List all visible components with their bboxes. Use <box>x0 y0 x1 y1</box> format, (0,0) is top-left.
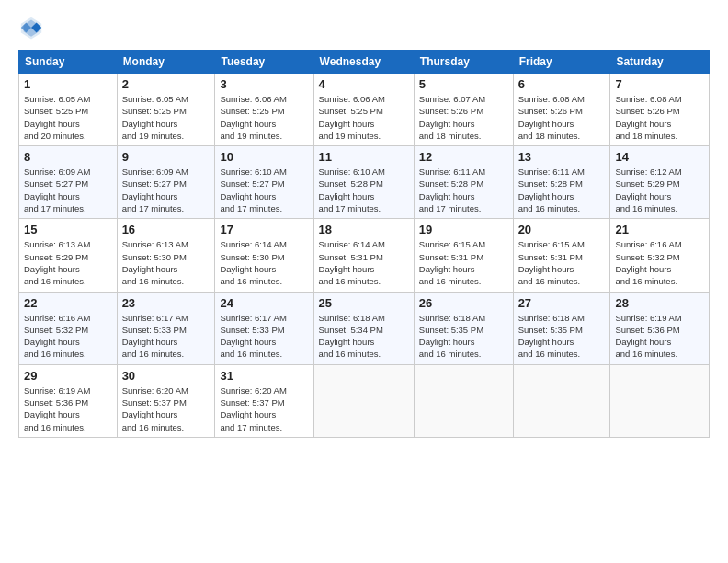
calendar-cell: 2 Sunrise: 6:05 AMSunset: 5:25 PMDayligh… <box>117 74 215 146</box>
calendar-cell: 30 Sunrise: 6:20 AMSunset: 5:37 PMDaylig… <box>117 364 215 437</box>
calendar-header-monday: Monday <box>117 51 215 74</box>
calendar-cell <box>313 364 414 437</box>
calendar-cell: 28 Sunrise: 6:19 AMSunset: 5:36 PMDaylig… <box>610 292 710 364</box>
calendar-week-1: 1 Sunrise: 6:05 AMSunset: 5:25 PMDayligh… <box>19 74 710 146</box>
day-number: 3 <box>220 77 308 91</box>
day-number: 25 <box>319 296 409 310</box>
calendar-cell: 17 Sunrise: 6:14 AMSunset: 5:30 PMDaylig… <box>215 219 313 292</box>
calendar-cell: 19 Sunrise: 6:15 AMSunset: 5:31 PMDaylig… <box>414 219 513 292</box>
calendar-cell: 5 Sunrise: 6:07 AMSunset: 5:26 PMDayligh… <box>414 74 513 146</box>
day-number: 4 <box>319 77 409 91</box>
calendar-cell: 29 Sunrise: 6:19 AMSunset: 5:36 PMDaylig… <box>19 364 118 437</box>
day-number: 2 <box>122 77 210 91</box>
day-number: 5 <box>419 77 508 91</box>
day-info: Sunrise: 6:14 AMSunset: 5:30 PMDaylight … <box>220 239 286 286</box>
day-number: 9 <box>122 150 210 164</box>
day-number: 13 <box>518 150 606 164</box>
day-number: 1 <box>24 77 112 91</box>
calendar-cell <box>513 364 610 437</box>
calendar-cell: 27 Sunrise: 6:18 AMSunset: 5:35 PMDaylig… <box>513 292 610 364</box>
calendar-cell: 14 Sunrise: 6:12 AMSunset: 5:29 PMDaylig… <box>610 146 710 219</box>
calendar-cell: 25 Sunrise: 6:18 AMSunset: 5:34 PMDaylig… <box>313 292 414 364</box>
day-number: 19 <box>419 223 508 236</box>
day-number: 21 <box>615 223 704 236</box>
day-number: 17 <box>220 223 308 236</box>
day-info: Sunrise: 6:15 AMSunset: 5:31 PMDaylight … <box>518 239 585 286</box>
day-info: Sunrise: 6:18 AMSunset: 5:35 PMDaylight … <box>419 313 485 360</box>
calendar-cell: 21 Sunrise: 6:16 AMSunset: 5:32 PMDaylig… <box>610 219 710 292</box>
day-number: 12 <box>419 150 508 164</box>
calendar-cell: 18 Sunrise: 6:14 AMSunset: 5:31 PMDaylig… <box>313 219 414 292</box>
day-info: Sunrise: 6:11 AMSunset: 5:28 PMDaylight … <box>419 167 485 213</box>
calendar-cell: 12 Sunrise: 6:11 AMSunset: 5:28 PMDaylig… <box>414 146 513 219</box>
day-number: 10 <box>220 150 308 164</box>
day-number: 7 <box>615 77 704 91</box>
calendar-cell: 22 Sunrise: 6:16 AMSunset: 5:32 PMDaylig… <box>19 292 118 364</box>
day-info: Sunrise: 6:16 AMSunset: 5:32 PMDaylight … <box>24 313 90 360</box>
calendar-cell: 9 Sunrise: 6:09 AMSunset: 5:27 PMDayligh… <box>117 146 215 219</box>
calendar-cell: 31 Sunrise: 6:20 AMSunset: 5:37 PMDaylig… <box>215 364 313 437</box>
calendar-week-5: 29 Sunrise: 6:19 AMSunset: 5:36 PMDaylig… <box>19 364 710 437</box>
calendar-cell: 4 Sunrise: 6:06 AMSunset: 5:25 PMDayligh… <box>313 74 414 146</box>
calendar-table: SundayMondayTuesdayWednesdayThursdayFrid… <box>18 50 710 438</box>
day-info: Sunrise: 6:11 AMSunset: 5:28 PMDaylight … <box>518 167 585 213</box>
day-number: 18 <box>319 223 409 236</box>
logo-icon <box>18 15 44 40</box>
day-number: 22 <box>24 296 112 310</box>
day-info: Sunrise: 6:15 AMSunset: 5:31 PMDaylight … <box>419 239 485 286</box>
day-number: 6 <box>518 77 606 91</box>
day-number: 28 <box>615 296 704 310</box>
day-info: Sunrise: 6:17 AMSunset: 5:33 PMDaylight … <box>220 313 286 360</box>
calendar-header-friday: Friday <box>513 51 610 74</box>
day-info: Sunrise: 6:09 AMSunset: 5:27 PMDaylight … <box>122 167 188 213</box>
day-info: Sunrise: 6:20 AMSunset: 5:37 PMDaylight … <box>122 385 188 432</box>
day-info: Sunrise: 6:05 AMSunset: 5:25 PMDaylight … <box>24 94 90 141</box>
calendar-cell: 26 Sunrise: 6:18 AMSunset: 5:35 PMDaylig… <box>414 292 513 364</box>
day-number: 26 <box>419 296 508 310</box>
day-number: 11 <box>319 150 409 164</box>
day-info: Sunrise: 6:07 AMSunset: 5:26 PMDaylight … <box>419 94 485 141</box>
calendar-header-sunday: Sunday <box>19 51 118 74</box>
day-info: Sunrise: 6:20 AMSunset: 5:37 PMDaylight … <box>220 385 286 432</box>
logo <box>18 15 48 40</box>
day-info: Sunrise: 6:19 AMSunset: 5:36 PMDaylight … <box>615 313 681 360</box>
day-info: Sunrise: 6:06 AMSunset: 5:25 PMDaylight … <box>319 94 385 141</box>
day-info: Sunrise: 6:18 AMSunset: 5:35 PMDaylight … <box>518 313 585 360</box>
day-info: Sunrise: 6:16 AMSunset: 5:32 PMDaylight … <box>615 239 681 286</box>
calendar-cell: 11 Sunrise: 6:10 AMSunset: 5:28 PMDaylig… <box>313 146 414 219</box>
calendar-week-3: 15 Sunrise: 6:13 AMSunset: 5:29 PMDaylig… <box>19 219 710 292</box>
calendar-cell: 24 Sunrise: 6:17 AMSunset: 5:33 PMDaylig… <box>215 292 313 364</box>
day-number: 23 <box>122 296 210 310</box>
calendar-header-saturday: Saturday <box>610 51 710 74</box>
day-number: 8 <box>24 150 112 164</box>
calendar-cell: 1 Sunrise: 6:05 AMSunset: 5:25 PMDayligh… <box>19 74 118 146</box>
calendar-cell <box>414 364 513 437</box>
calendar-body: 1 Sunrise: 6:05 AMSunset: 5:25 PMDayligh… <box>19 74 710 438</box>
calendar-cell <box>610 364 710 437</box>
day-number: 15 <box>24 223 112 236</box>
day-info: Sunrise: 6:12 AMSunset: 5:29 PMDaylight … <box>615 167 681 213</box>
calendar-cell: 16 Sunrise: 6:13 AMSunset: 5:30 PMDaylig… <box>117 219 215 292</box>
calendar-header-wednesday: Wednesday <box>313 51 414 74</box>
day-info: Sunrise: 6:17 AMSunset: 5:33 PMDaylight … <box>122 313 188 360</box>
day-number: 20 <box>518 223 606 236</box>
day-info: Sunrise: 6:10 AMSunset: 5:28 PMDaylight … <box>319 167 385 213</box>
calendar-week-4: 22 Sunrise: 6:16 AMSunset: 5:32 PMDaylig… <box>19 292 710 364</box>
calendar-cell: 6 Sunrise: 6:08 AMSunset: 5:26 PMDayligh… <box>513 74 610 146</box>
day-number: 24 <box>220 296 308 310</box>
day-info: Sunrise: 6:13 AMSunset: 5:29 PMDaylight … <box>24 239 90 286</box>
day-info: Sunrise: 6:08 AMSunset: 5:26 PMDaylight … <box>518 94 585 141</box>
calendar-cell: 10 Sunrise: 6:10 AMSunset: 5:27 PMDaylig… <box>215 146 313 219</box>
day-info: Sunrise: 6:09 AMSunset: 5:27 PMDaylight … <box>24 167 90 213</box>
calendar-cell: 20 Sunrise: 6:15 AMSunset: 5:31 PMDaylig… <box>513 219 610 292</box>
day-number: 14 <box>615 150 704 164</box>
day-number: 27 <box>518 296 606 310</box>
day-info: Sunrise: 6:05 AMSunset: 5:25 PMDaylight … <box>122 94 188 141</box>
day-number: 31 <box>220 369 308 383</box>
calendar-cell: 8 Sunrise: 6:09 AMSunset: 5:27 PMDayligh… <box>19 146 118 219</box>
day-info: Sunrise: 6:13 AMSunset: 5:30 PMDaylight … <box>122 239 188 286</box>
calendar-cell: 13 Sunrise: 6:11 AMSunset: 5:28 PMDaylig… <box>513 146 610 219</box>
calendar-cell: 15 Sunrise: 6:13 AMSunset: 5:29 PMDaylig… <box>19 219 118 292</box>
day-info: Sunrise: 6:06 AMSunset: 5:25 PMDaylight … <box>220 94 286 141</box>
calendar-cell: 7 Sunrise: 6:08 AMSunset: 5:26 PMDayligh… <box>610 74 710 146</box>
